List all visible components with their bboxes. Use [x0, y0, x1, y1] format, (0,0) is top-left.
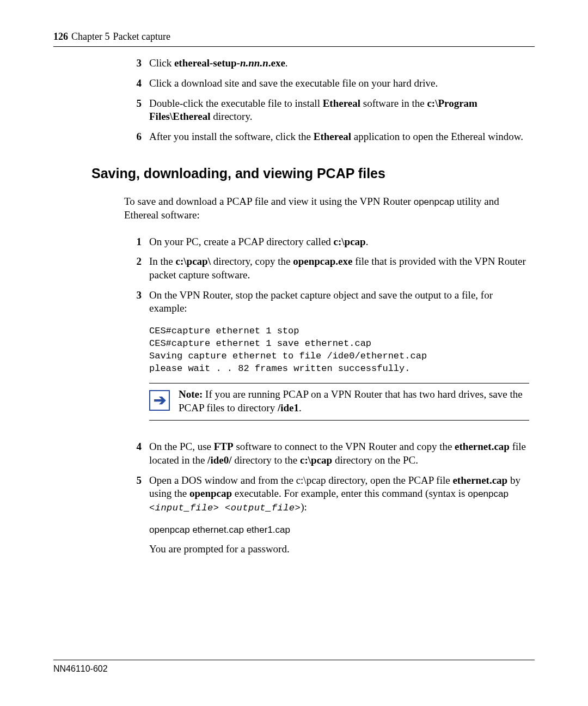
- step-body: Click a download site and save the execu…: [149, 77, 529, 90]
- step-5: 5 Double-click the executable file to in…: [124, 97, 529, 124]
- section-intro: To save and download a PCAP file and vie…: [124, 195, 529, 222]
- step-number: 2: [124, 255, 149, 282]
- step-body: On the PC, use FTP software to connect t…: [149, 440, 529, 467]
- step-6: 6 After you install the software, click …: [124, 130, 529, 144]
- step-number: 1: [124, 235, 149, 249]
- note-text: Note: If you are running PCAP on a VPN R…: [179, 388, 529, 415]
- pcap-step-1: 1 On your PC, create a PCAP directory ca…: [124, 235, 529, 249]
- page-header: 126 Chapter 5 Packet capture: [53, 31, 535, 47]
- step-number: 4: [124, 77, 149, 90]
- step-number: 3: [124, 289, 149, 434]
- step-body: Click ethereal-setup-n.nn.n.exe.: [149, 57, 529, 70]
- code-sample: CES#capture ethernet 1 stop CES#capture …: [149, 325, 529, 375]
- step-number: 4: [124, 440, 149, 467]
- note-callout: ➔ Note: If you are running PCAP on a VPN…: [149, 383, 529, 421]
- pcap-steps: 1 On your PC, create a PCAP directory ca…: [124, 235, 529, 556]
- pcap-step-3: 3 On the VPN Router, stop the packet cap…: [124, 289, 529, 434]
- chapter-title: Packet capture: [113, 31, 170, 43]
- document-id: NN46110-602: [53, 660, 535, 675]
- step-4: 4 Click a download site and save the exe…: [124, 77, 529, 90]
- installation-steps: 3 Click ethereal-setup-n.nn.n.exe. 4 Cli…: [124, 57, 529, 143]
- step-body: Open a DOS window and from the c:\pcap d…: [149, 474, 529, 556]
- step-body: After you install the software, click th…: [149, 130, 529, 144]
- step-number: 6: [124, 130, 149, 144]
- section-heading: Saving, downloading, and viewing PCAP fi…: [91, 165, 535, 182]
- pcap-step-4: 4 On the PC, use FTP software to connect…: [124, 440, 529, 467]
- step-number: 5: [124, 97, 149, 124]
- step-3: 3 Click ethereal-setup-n.nn.n.exe.: [124, 57, 529, 70]
- step-body: In the c:\pcap\ directory, copy the open…: [149, 255, 529, 282]
- chapter-label: Chapter 5: [71, 31, 109, 43]
- arrow-right-icon: ➔: [149, 390, 170, 411]
- step-body: Double-click the executable file to inst…: [149, 97, 529, 124]
- step-number: 5: [124, 474, 149, 556]
- step-body: On your PC, create a PCAP directory call…: [149, 235, 529, 249]
- command-line: openpcap ethernet.cap ether1.cap: [149, 524, 529, 536]
- step-body: On the VPN Router, stop the packet captu…: [149, 289, 529, 434]
- page-number: 126: [53, 31, 68, 43]
- step-number: 3: [124, 57, 149, 70]
- pcap-step-2: 2 In the c:\pcap\ directory, copy the op…: [124, 255, 529, 282]
- pcap-step-5: 5 Open a DOS window and from the c:\pcap…: [124, 474, 529, 556]
